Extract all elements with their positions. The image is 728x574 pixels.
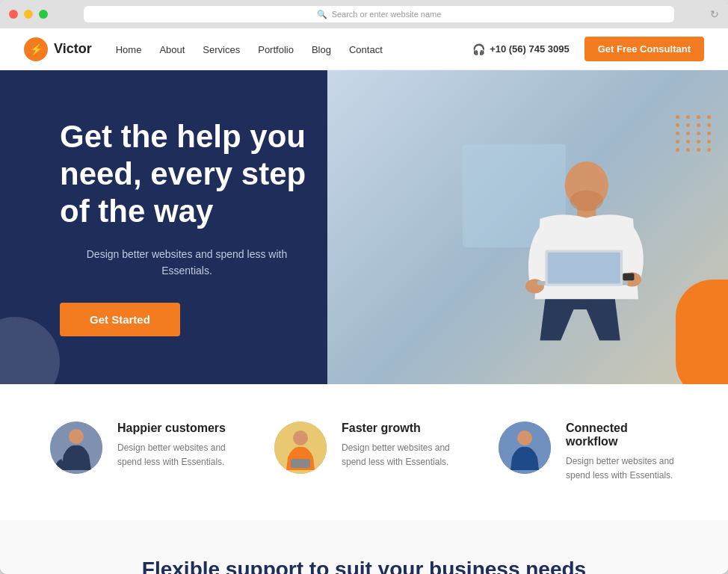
nav-item-services[interactable]: Services <box>203 43 240 56</box>
nav-link-portfolio[interactable]: Portfolio <box>258 44 294 55</box>
features-section: Happier customers Design better websites… <box>0 384 728 520</box>
maximize-button[interactable] <box>39 10 48 19</box>
feature-item-2: Faster growth Design better websites and… <box>274 422 454 483</box>
hero-image-area <box>327 70 728 384</box>
phone-icon: 🎧 <box>472 43 485 55</box>
feature-text-1: Happier customers Design better websites… <box>117 422 229 469</box>
phone-number: 🎧 +10 (56) 745 3095 <box>472 43 570 55</box>
svg-rect-7 <box>548 253 620 284</box>
feature-item-1: Happier customers Design better websites… <box>50 422 229 483</box>
feature-desc-3: Design better websites and spend less wi… <box>566 454 678 483</box>
feature-title-2: Faster growth <box>342 422 454 435</box>
logo-icon: ⚡ <box>24 37 48 61</box>
deco-dots <box>676 115 721 190</box>
svg-point-9 <box>570 191 603 212</box>
search-icon: 🔍 <box>317 10 327 19</box>
site-wrapper: ⚡ Victor Home About Services Portfolio B… <box>0 28 728 574</box>
svg-rect-14 <box>291 459 310 468</box>
bottom-title: Flexible support to suit your business n… <box>45 558 683 574</box>
feature-desc-2: Design better websites and spend less wi… <box>342 441 454 469</box>
nav-link-contact[interactable]: Contact <box>349 44 383 55</box>
hero-content: Get the help you need, every step of the… <box>0 73 314 382</box>
feature-title-1: Happier customers <box>117 422 229 435</box>
phone-text: +10 (56) 745 3095 <box>490 43 570 55</box>
svg-point-16 <box>517 430 532 445</box>
nav-item-about[interactable]: About <box>159 43 185 56</box>
svg-point-11 <box>69 429 84 444</box>
navbar-right: 🎧 +10 (56) 745 3095 Get Free Consultant <box>472 37 704 61</box>
svg-point-13 <box>293 430 308 445</box>
feature-avatar-2 <box>274 422 327 474</box>
nav-item-contact[interactable]: Contact <box>349 43 383 56</box>
lightning-icon: ⚡ <box>30 43 43 55</box>
deco-orange-right <box>676 280 728 384</box>
browser-content: ⚡ Victor Home About Services Portfolio B… <box>0 28 728 574</box>
feature-text-3: Connected workflow Design better website… <box>566 422 678 483</box>
close-button[interactable] <box>9 10 18 19</box>
feature-title-3: Connected workflow <box>566 422 678 448</box>
address-text: Search or enter website name <box>332 10 442 19</box>
hero-subtitle: Design better websites and spend less wi… <box>60 246 314 280</box>
get-started-button[interactable]: Get Started <box>60 303 180 336</box>
svg-rect-8 <box>623 274 634 281</box>
nav-item-portfolio[interactable]: Portfolio <box>258 43 294 56</box>
feature-desc-1: Design better websites and spend less wi… <box>117 441 229 469</box>
nav-links: Home About Services Portfolio Blog Conta… <box>116 43 383 56</box>
bottom-section: Flexible support to suit your business n… <box>0 520 728 574</box>
refresh-icon[interactable]: ↻ <box>710 8 719 20</box>
hero-title: Get the help you need, every step of the… <box>60 118 314 231</box>
hero-section: Get the help you need, every step of the… <box>0 70 728 384</box>
logo-name: Victor <box>54 41 92 57</box>
nav-link-home[interactable]: Home <box>116 44 142 55</box>
navbar-left: ⚡ Victor Home About Services Portfolio B… <box>24 37 383 61</box>
hero-photo <box>327 70 728 384</box>
address-bar[interactable]: 🔍 Search or enter website name <box>84 6 674 22</box>
feature-avatar-3 <box>499 422 551 474</box>
nav-item-home[interactable]: Home <box>116 43 142 56</box>
browser-window: 🔍 Search or enter website name ↻ ⚡ Victo… <box>0 0 728 574</box>
nav-item-blog[interactable]: Blog <box>312 43 331 56</box>
feature-avatar-1 <box>50 422 102 474</box>
logo[interactable]: ⚡ Victor <box>24 37 92 61</box>
nav-link-about[interactable]: About <box>159 44 185 55</box>
nav-link-services[interactable]: Services <box>203 44 240 55</box>
nav-link-blog[interactable]: Blog <box>312 44 331 55</box>
navbar: ⚡ Victor Home About Services Portfolio B… <box>0 28 728 70</box>
hero-illustration <box>437 100 706 384</box>
minimize-button[interactable] <box>24 10 33 19</box>
browser-titlebar: 🔍 Search or enter website name ↻ <box>0 0 728 28</box>
feature-text-2: Faster growth Design better websites and… <box>342 422 454 469</box>
get-consultant-button[interactable]: Get Free Consultant <box>584 37 704 61</box>
feature-item-3: Connected workflow Design better website… <box>499 422 678 483</box>
